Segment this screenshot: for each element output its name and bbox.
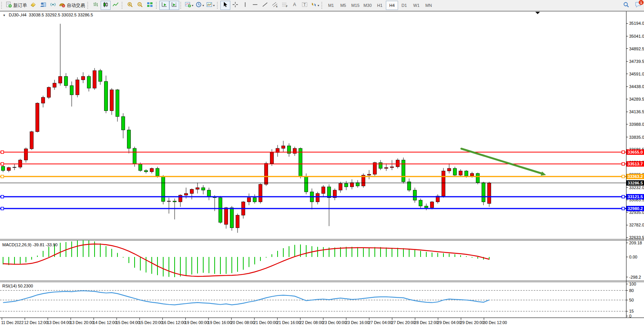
tile-windows-button[interactable] xyxy=(145,1,155,10)
search-button[interactable] xyxy=(621,1,631,10)
horizontal-line-button[interactable] xyxy=(250,1,260,10)
vertical-line-button[interactable] xyxy=(240,1,250,10)
toolbar-gripper[interactable] xyxy=(1,2,3,9)
macd-tick-label: 209.18 xyxy=(629,241,642,245)
chart-ohlc-values: 33038.5 33292.5 33032.5 33286.5 xyxy=(29,13,93,17)
timeframe-h1[interactable]: H1 xyxy=(374,1,386,10)
bull-candle xyxy=(350,183,354,187)
periods-button[interactable]: ▾ xyxy=(194,1,205,10)
pane-separator[interactable] xyxy=(0,239,644,241)
price-tick-label: 34739.5 xyxy=(629,59,644,64)
crosshair-icon xyxy=(232,2,238,9)
toolbar-gripper[interactable] xyxy=(321,2,324,9)
bull-candle xyxy=(225,208,228,225)
line-chart-icon xyxy=(112,2,119,9)
chart-canvas[interactable]: 35194.035041.034892.534739.534591.034438… xyxy=(0,11,644,329)
price-badge-33286.5: 33286.5 xyxy=(626,180,644,186)
price-tick-label: 34289.5 xyxy=(629,97,644,101)
chevron-down-icon: ▾ xyxy=(202,4,204,7)
chart-shift-button[interactable] xyxy=(169,1,179,10)
bull-candle xyxy=(42,97,45,103)
time-tick-label: 11 Dec 2022 xyxy=(1,320,24,325)
zoom-out-button[interactable] xyxy=(135,1,145,10)
chart-menu-triangle-icon[interactable]: ▼ xyxy=(3,14,6,17)
line-handle[interactable] xyxy=(622,175,625,178)
timeframe-m1[interactable]: M1 xyxy=(325,1,337,10)
trendline-button[interactable] xyxy=(260,1,270,10)
text-button[interactable]: A xyxy=(290,1,300,10)
bull-candle xyxy=(471,173,474,176)
line-handle[interactable] xyxy=(1,151,4,154)
bear-candle xyxy=(379,162,382,168)
signals-button[interactable] xyxy=(48,1,58,10)
bull-candle xyxy=(488,183,491,204)
timeframe-h4[interactable]: H4 xyxy=(386,1,398,10)
price-tick-label: 34136.5 xyxy=(629,109,644,114)
line-handle[interactable] xyxy=(1,162,4,165)
rsi-tick-label: 100 xyxy=(629,282,636,286)
line-handle[interactable] xyxy=(622,196,625,198)
line-handle[interactable] xyxy=(1,207,4,210)
new-order-button[interactable]: 新订单 xyxy=(5,1,28,10)
macd-indicator-label: MACD(12,26,9) -39.81 -33.90 xyxy=(2,242,58,247)
svg-text:E: E xyxy=(276,5,278,8)
price-tick-label: 33232.0 xyxy=(629,185,644,190)
zoom-in-button[interactable] xyxy=(125,1,135,10)
line-handle[interactable] xyxy=(622,207,625,210)
profiles-button[interactable] xyxy=(38,1,48,10)
timeframe-m30[interactable]: M30 xyxy=(361,1,374,10)
time-tick-label: 13 Dec 04:00 xyxy=(47,320,71,325)
bar-chart-button[interactable] xyxy=(91,1,101,10)
eraser-button[interactable] xyxy=(28,1,38,10)
bear-candle xyxy=(87,77,91,88)
bear-candle xyxy=(202,188,205,190)
line-handle[interactable] xyxy=(1,175,4,178)
indicators-button[interactable]: ▾ xyxy=(184,1,194,10)
bull-candle xyxy=(293,148,297,153)
toolbar-gripper[interactable] xyxy=(122,2,124,9)
timeframe-m5[interactable]: M5 xyxy=(337,1,349,10)
line-chart-button[interactable] xyxy=(111,1,120,10)
bull-candle xyxy=(385,168,388,169)
time-tick-label: 12 Dec 12:00 xyxy=(24,320,48,325)
time-tick-label: 15 Dec 04:00 xyxy=(116,320,140,325)
auto-scroll-button[interactable] xyxy=(159,1,169,10)
pane-separator[interactable] xyxy=(0,281,644,282)
notifications-button[interactable]: 1 xyxy=(635,2,642,9)
timeframe-mn[interactable]: MN xyxy=(422,1,435,10)
bull-candle xyxy=(150,169,154,172)
bear-candle xyxy=(482,183,485,202)
candlestick-chart-button[interactable] xyxy=(101,1,111,10)
price-badge-32980.2: 32980.2 xyxy=(626,206,644,211)
line-handle[interactable] xyxy=(622,162,625,165)
cursor-button[interactable] xyxy=(220,1,230,10)
timeframe-m15[interactable]: M15 xyxy=(349,1,361,10)
line-handle[interactable] xyxy=(1,196,4,198)
text-label-button[interactable]: T xyxy=(300,1,310,10)
toolbar-gripper[interactable] xyxy=(180,2,183,9)
timeframe-d1[interactable]: D1 xyxy=(398,1,410,10)
bear-candle xyxy=(299,148,302,177)
toolbar-gripper[interactable] xyxy=(217,2,219,9)
equidistant-channel-button[interactable]: E xyxy=(270,1,280,10)
fibonacci-button[interactable]: F xyxy=(280,1,290,10)
toolbar: 新订单 自动交易 xyxy=(0,0,644,11)
svg-text:T: T xyxy=(304,2,306,7)
crosshair-button[interactable] xyxy=(230,1,240,10)
timeframe-w1[interactable]: W1 xyxy=(410,1,422,10)
bull-candle xyxy=(282,146,285,149)
arrows-button[interactable]: ▾ xyxy=(310,1,320,10)
price-badge-label: 33655.0 xyxy=(628,150,643,154)
price-badge-label: 33363.2 xyxy=(628,174,643,179)
auto-scroll-icon xyxy=(161,2,167,9)
text-icon: A xyxy=(292,2,298,9)
toolbar-gripper[interactable] xyxy=(87,2,90,9)
auto-trading-button[interactable]: 自动交易 xyxy=(58,1,86,10)
templates-button[interactable]: ▾ xyxy=(205,1,216,10)
line-handle[interactable] xyxy=(622,151,625,154)
toolbar-gripper[interactable] xyxy=(156,2,158,9)
svg-text:F: F xyxy=(286,5,287,8)
signals-icon xyxy=(50,2,56,9)
bull-candle xyxy=(47,87,51,97)
profiles-icon xyxy=(40,2,46,9)
